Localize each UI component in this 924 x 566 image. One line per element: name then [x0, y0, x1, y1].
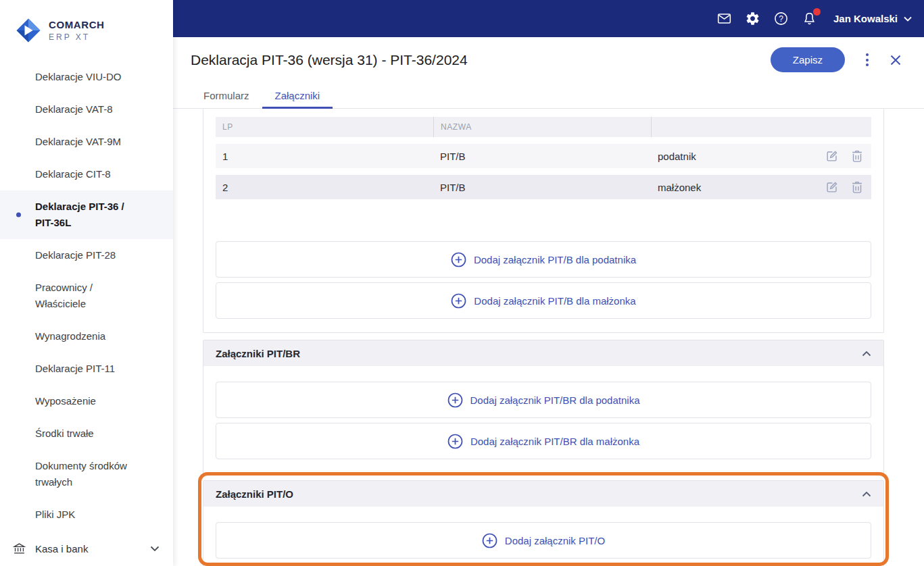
more-options-icon[interactable]	[863, 51, 871, 69]
comarch-logo-icon	[15, 17, 42, 44]
column-header-lp: LP	[216, 117, 433, 137]
add-pito-button[interactable]: Dodaj załącznik PIT/O	[216, 522, 871, 559]
help-icon[interactable]: ?	[773, 10, 789, 27]
sidebar-item-wyposazenie[interactable]: Wyposażenie	[0, 385, 173, 417]
column-header-nazwa: NAZWA	[433, 117, 651, 137]
user-name: Jan Kowalski	[833, 13, 898, 24]
add-pitbr-podatnik-button[interactable]: Dodaj załącznik PIT/BR dla podatnika	[216, 382, 871, 418]
section-pit-b: LP NAZWA 1 PIT/B podatnik	[203, 109, 884, 333]
bank-icon	[12, 542, 26, 556]
chevron-down-icon[interactable]	[150, 546, 160, 552]
mail-icon[interactable]	[716, 10, 733, 27]
tab-bar: Formularz Załączniki	[173, 82, 924, 109]
settings-icon[interactable]	[744, 10, 761, 27]
sidebar-item-vat-9m[interactable]: Deklaracje VAT-9M	[0, 126, 173, 158]
column-header-actions	[651, 117, 871, 137]
plus-circle-icon	[482, 533, 497, 548]
save-button[interactable]: Zapisz	[771, 47, 845, 72]
declaration-modal: Deklaracja PIT-36 (wersja 31) - PIT-36/2…	[173, 37, 924, 566]
notification-badge	[813, 8, 821, 16]
brand-product: ERP XT	[49, 32, 105, 42]
section-header-pit-o[interactable]: Załączniki PIT/O	[203, 481, 883, 507]
chevron-down-icon	[904, 16, 912, 22]
chevron-up-icon[interactable]	[862, 491, 871, 497]
sidebar-item-viu-do[interactable]: Deklaracje VIU-DO	[0, 61, 173, 93]
table-header: LP NAZWA	[216, 117, 871, 137]
sidebar-menu: Deklaracje VIU-DO Deklaracje VAT-8 Dekla…	[0, 61, 173, 531]
table-row[interactable]: 2 PIT/B małżonek	[216, 175, 871, 199]
plus-circle-icon	[447, 392, 463, 408]
close-icon[interactable]	[889, 53, 902, 67]
delete-icon[interactable]	[850, 180, 865, 195]
attachments-content: LP NAZWA 1 PIT/B podatnik	[173, 109, 924, 566]
notifications-icon[interactable]	[801, 10, 818, 27]
sidebar-item-cit-8[interactable]: Deklaracje CIT-8	[0, 158, 173, 190]
sidebar-item-pit-11[interactable]: Deklaracje PIT-11	[0, 353, 173, 385]
section-pit-o: Załączniki PIT/O Dodaj załącznik PIT	[203, 480, 884, 566]
sidebar-item-srodki-trwale[interactable]: Środki trwałe	[0, 417, 173, 450]
section-header-pit-br[interactable]: Załączniki PIT/BR	[203, 340, 883, 366]
section-pit-br: Załączniki PIT/BR Dodaj załącznik PI	[203, 340, 884, 473]
sidebar-item-pracownicy[interactable]: Pracownicy / Właściciele	[0, 272, 173, 320]
user-menu[interactable]: Jan Kowalski	[833, 13, 912, 24]
app-logo: COMARCH ERP XT	[0, 0, 173, 61]
delete-icon[interactable]	[850, 149, 865, 163]
sidebar: COMARCH ERP XT Deklaracje VIU-DO Deklara…	[0, 0, 173, 566]
tab-formularz[interactable]: Formularz	[191, 82, 262, 108]
sidebar-item-kasa-i-bank[interactable]: Kasa i bank	[0, 531, 173, 566]
modal-header: Deklaracja PIT-36 (wersja 31) - PIT-36/2…	[173, 37, 924, 82]
brand-name: COMARCH	[49, 19, 105, 30]
page-title: Deklaracja PIT-36 (wersja 31) - PIT-36/2…	[191, 52, 771, 68]
plus-circle-icon	[451, 293, 466, 309]
sidebar-item-dokumenty-st[interactable]: Dokumenty środków trwałych	[0, 450, 173, 498]
edit-icon[interactable]	[825, 180, 840, 195]
sidebar-item-pit-36[interactable]: Deklaracje PIT-36 / PIT-36L	[0, 190, 173, 239]
svg-text:?: ?	[779, 14, 783, 24]
add-pitb-malzonek-button[interactable]: Dodaj załącznik PIT/B dla małżonka	[216, 282, 871, 319]
plus-circle-icon	[447, 434, 463, 449]
sidebar-item-wynagrodzenia[interactable]: Wynagrodzenia	[0, 320, 173, 353]
add-pitb-podatnik-button[interactable]: Dodaj załącznik PIT/B dla podatnika	[216, 241, 871, 278]
sidebar-item-pit-28[interactable]: Deklaracje PIT-28	[0, 239, 173, 272]
add-pitbr-malzonek-button[interactable]: Dodaj załącznik PIT/BR dla małżonka	[216, 423, 871, 459]
sidebar-item-pliki-jpk[interactable]: Pliki JPK	[0, 498, 173, 531]
sidebar-item-vat-8[interactable]: Deklaracje VAT-8	[0, 93, 173, 126]
chevron-up-icon[interactable]	[862, 351, 871, 357]
edit-icon[interactable]	[825, 149, 840, 163]
plus-circle-icon	[451, 252, 466, 267]
table-row[interactable]: 1 PIT/B podatnik	[216, 144, 871, 168]
tab-zalaczniki[interactable]: Załączniki	[262, 82, 333, 108]
